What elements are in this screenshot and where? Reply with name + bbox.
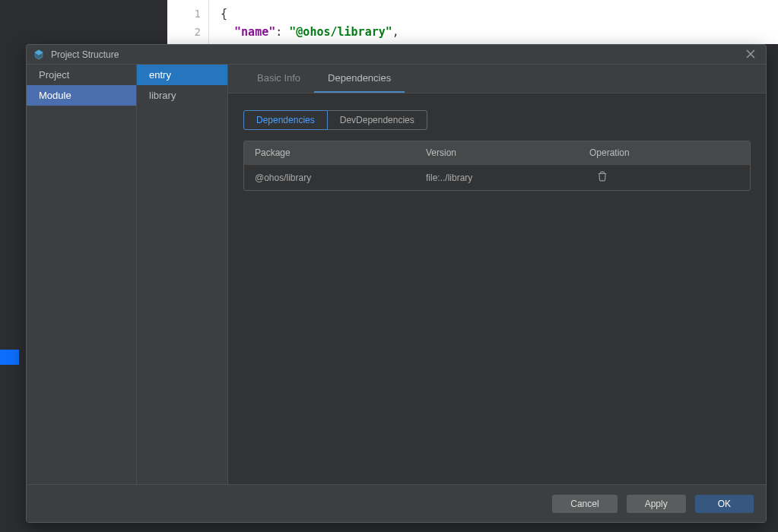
line-number: 2 bbox=[167, 23, 201, 41]
sidebar-item-project[interactable]: Project bbox=[27, 65, 136, 85]
header-operation: Operation bbox=[589, 147, 739, 158]
header-version: Version bbox=[426, 147, 589, 158]
editor-gutter: 1 2 bbox=[167, 0, 209, 44]
code-text: , bbox=[392, 25, 399, 39]
dependency-type-tabs: Dependencies DevDependencies bbox=[228, 93, 766, 141]
sidebar-item-module[interactable]: Module bbox=[27, 85, 136, 106]
editor-background: 1 2 { "name": "@ohos/library", bbox=[167, 0, 778, 44]
code-line: "name": "@ohos/library", bbox=[221, 23, 399, 41]
dialog-titlebar: Project Structure bbox=[27, 45, 766, 65]
module-item-library[interactable]: library bbox=[137, 85, 227, 106]
tab-basic-info[interactable]: Basic Info bbox=[243, 65, 314, 93]
subtab-devdependencies[interactable]: DevDependencies bbox=[328, 110, 427, 130]
main-panel: Basic Info Dependencies Dependencies Dev… bbox=[228, 65, 766, 484]
code-line: { bbox=[221, 5, 399, 23]
subtab-dependencies[interactable]: Dependencies bbox=[243, 110, 328, 130]
cell-version: file:../library bbox=[426, 173, 589, 183]
table-row: @ohos/library file:../library bbox=[244, 164, 750, 190]
close-icon[interactable] bbox=[741, 47, 760, 62]
dialog-footer: Cancel Apply OK bbox=[27, 484, 766, 522]
module-list: entry library bbox=[137, 65, 228, 484]
app-icon bbox=[33, 49, 45, 61]
apply-button[interactable]: Apply bbox=[627, 495, 686, 513]
code-sep: : bbox=[275, 25, 289, 39]
editor-code: { "name": "@ohos/library", bbox=[209, 0, 399, 44]
cell-operation bbox=[589, 171, 739, 184]
dialog-body: Project Module entry library Basic Info … bbox=[27, 65, 766, 484]
sidebar-active-indicator bbox=[0, 350, 19, 365]
line-number: 1 bbox=[167, 5, 201, 23]
cell-package: @ohos/library bbox=[255, 173, 426, 183]
ok-button[interactable]: OK bbox=[695, 495, 754, 513]
category-sidebar: Project Module bbox=[27, 65, 137, 484]
main-tabs: Basic Info Dependencies bbox=[228, 65, 766, 93]
tab-dependencies[interactable]: Dependencies bbox=[314, 65, 405, 93]
dialog-title: Project Structure bbox=[51, 49, 741, 60]
json-string: "@ohos/library" bbox=[289, 25, 392, 39]
json-key: "name" bbox=[234, 25, 275, 39]
delete-icon[interactable] bbox=[597, 171, 608, 182]
cancel-button[interactable]: Cancel bbox=[552, 495, 617, 513]
project-structure-dialog: Project Structure Project Module entry l… bbox=[26, 44, 767, 523]
module-item-entry[interactable]: entry bbox=[137, 65, 227, 85]
code-text: { bbox=[221, 7, 227, 21]
header-package: Package bbox=[255, 147, 426, 158]
dependencies-table: Package Version Operation @ohos/library … bbox=[243, 141, 751, 191]
table-header: Package Version Operation bbox=[244, 141, 750, 164]
